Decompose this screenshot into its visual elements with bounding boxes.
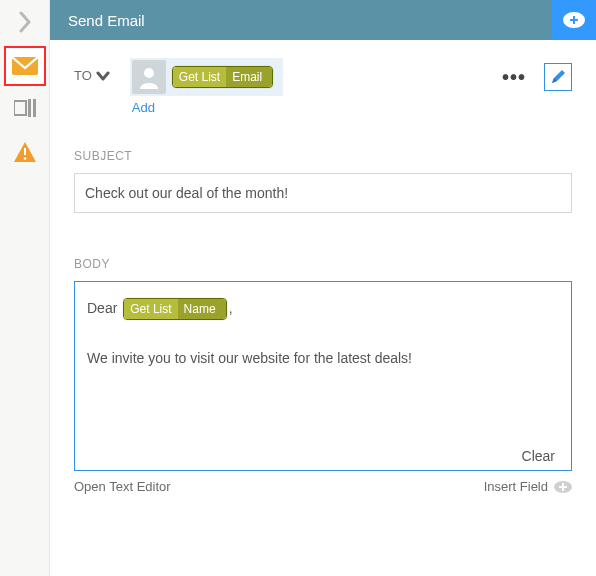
svg-point-9 xyxy=(144,68,154,78)
to-more-menu[interactable]: ••• xyxy=(291,66,536,89)
body-greeting-suffix: , xyxy=(229,300,233,316)
body-text: Dear Get List Name , We invite you to vi… xyxy=(87,296,559,372)
chip-part-field: Name xyxy=(178,299,222,319)
sidebar-collapse[interactable] xyxy=(0,0,50,44)
chip-part-source: Get List xyxy=(173,67,226,87)
header-add-button[interactable] xyxy=(552,0,596,40)
avatar-icon xyxy=(132,60,166,94)
panel-header: Send Email xyxy=(50,0,596,40)
to-label-row[interactable]: TO xyxy=(74,58,110,83)
svg-rect-1 xyxy=(14,101,26,115)
to-label: TO xyxy=(74,68,92,83)
svg-rect-8 xyxy=(570,19,578,21)
subject-input[interactable] xyxy=(74,173,572,213)
warning-icon xyxy=(13,141,37,163)
chevron-down-icon xyxy=(96,71,110,81)
svg-rect-12 xyxy=(562,483,564,491)
sidebar xyxy=(0,0,50,576)
to-contact-chip[interactable]: Get List Email xyxy=(130,58,283,96)
main: Send Email TO Get List xyxy=(50,0,596,576)
svg-rect-2 xyxy=(28,99,31,117)
svg-point-5 xyxy=(23,157,26,160)
body-label: BODY xyxy=(74,257,572,271)
body-clear-button[interactable]: Clear xyxy=(522,448,555,464)
insert-field-link[interactable]: Insert Field xyxy=(484,479,548,494)
columns-icon xyxy=(14,99,36,117)
panel-title: Send Email xyxy=(50,12,145,29)
chip-part-source: Get List xyxy=(124,299,177,319)
insert-field-icon xyxy=(554,481,572,493)
chevron-right-icon xyxy=(18,11,32,33)
chip-part-field: Email xyxy=(226,67,268,87)
sidebar-item-warnings[interactable] xyxy=(0,130,50,174)
body-paragraph: We invite you to visit our website for t… xyxy=(87,350,412,366)
open-text-editor-link[interactable]: Open Text Editor xyxy=(74,479,171,494)
sidebar-item-layout[interactable] xyxy=(0,86,50,130)
envelope-icon xyxy=(12,57,38,75)
body-editor[interactable]: Dear Get List Name , We invite you to vi… xyxy=(74,281,572,471)
plus-bubble-icon xyxy=(563,12,585,28)
chip-body-name: Get List Name xyxy=(123,298,226,320)
svg-rect-3 xyxy=(33,99,36,117)
svg-rect-4 xyxy=(24,148,26,155)
sidebar-item-email[interactable] xyxy=(4,46,46,86)
pencil-icon xyxy=(550,69,566,85)
chip-to-email: Get List Email xyxy=(172,66,273,88)
body-greeting: Dear xyxy=(87,300,117,316)
to-edit-button[interactable] xyxy=(544,63,572,91)
subject-label: SUBJECT xyxy=(74,149,572,163)
body-footer-row: Open Text Editor Insert Field xyxy=(74,479,572,494)
to-section: TO Get List Email ••• xyxy=(74,58,572,115)
to-add-link[interactable]: Add xyxy=(132,100,572,115)
